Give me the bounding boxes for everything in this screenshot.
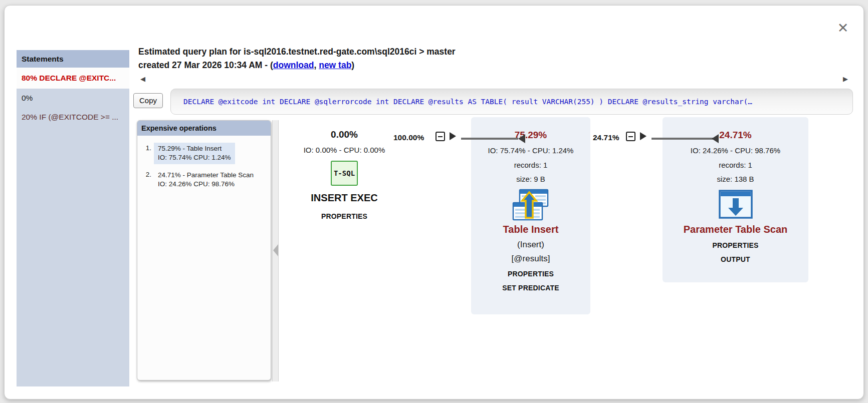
node-object: [@results] — [471, 254, 590, 264]
edge-line — [652, 138, 714, 140]
minus-dash — [628, 136, 633, 137]
statement-item-1[interactable]: 80% DECLARE @EXITC... — [17, 68, 129, 89]
edge-percent-label: 24.71% — [593, 133, 619, 142]
node-size: size: 138 B — [663, 175, 808, 183]
output-button[interactable]: OUTPUT — [663, 255, 808, 263]
plan-node-table-insert: 75.29% IO: 75.74% - CPU: 1.24% records: … — [471, 117, 590, 314]
close-icon[interactable]: ✕ — [834, 19, 852, 37]
expensive-operations-header: Expensive operations — [137, 121, 271, 136]
sql-statement-text: DECLARE @exitcode int DECLARE @sqlerrorc… — [171, 89, 852, 114]
item-line2: IO: 75.74% CPU: 1.24% — [158, 153, 231, 162]
scroll-right-icon[interactable]: ▶ — [843, 75, 848, 83]
node-records: records: 1 — [471, 161, 590, 169]
node-io-cpu: IO: 24.26% - CPU: 98.76% — [663, 146, 808, 155]
node-io-cpu: IO: 0.00% - CPU: 0.00% — [299, 146, 389, 154]
node-name: Table Insert — [471, 224, 590, 235]
copy-button[interactable]: Copy — [133, 93, 163, 108]
item-content: 24.71% - Parameter Table Scan IO: 24.26%… — [154, 169, 258, 191]
minus-dash — [438, 136, 443, 137]
set-predicate-button[interactable]: SET PREDICATE — [471, 284, 590, 292]
item-line2: IO: 24.26% CPU: 98.76% — [158, 180, 254, 189]
node-subtitle: (Insert) — [471, 240, 590, 250]
statement-item-2[interactable]: 0% — [17, 89, 129, 108]
node-io-cpu: IO: 75.74% - CPU: 1.24% — [471, 146, 590, 155]
sql-statement-box: DECLARE @exitcode int DECLARE @sqlerrorc… — [170, 89, 853, 115]
download-link[interactable]: download — [273, 60, 314, 70]
collapse-minus-icon[interactable] — [626, 132, 635, 141]
table-insert-icon — [471, 189, 590, 221]
statement-item-3[interactable]: 20% IF (@EXITCODE >= ... — [17, 108, 129, 127]
sidebar-filler — [17, 127, 129, 386]
subtitle-prefix: created 27 Mar 2026 10:34 AM - ( — [138, 60, 273, 70]
collapse-minus-icon[interactable] — [436, 132, 445, 141]
page-subtitle: created 27 Mar 2026 10:34 AM - (download… — [138, 60, 354, 71]
panel-splitter[interactable] — [272, 120, 279, 381]
node-name: INSERT EXEC — [299, 192, 389, 204]
edge-percent-label: 100.00% — [393, 133, 424, 142]
subtitle-suffix: ) — [351, 60, 354, 70]
properties-button[interactable]: PROPERTIES — [471, 270, 590, 278]
new-tab-link[interactable]: new tab — [319, 60, 351, 70]
statements-header: Statements — [17, 50, 129, 68]
expensive-operations-panel: Expensive operations 1. 75.29% - Table I… — [137, 120, 271, 380]
item-number: 1. — [140, 143, 151, 164]
tsql-icon: T-SQL — [331, 161, 358, 186]
splitter-collapse-icon[interactable] — [273, 244, 278, 256]
node-name: Parameter Table Scan — [663, 224, 808, 235]
plan-node-parameter-table-scan: 24.71% IO: 24.26% - CPU: 98.76% records:… — [663, 117, 808, 282]
page-title: Estimated query plan for is-sql2016.test… — [138, 47, 456, 57]
item-content: 75.29% - Table Insert IO: 75.74% CPU: 1.… — [154, 143, 235, 164]
node-cost-percent: 0.00% — [299, 129, 389, 140]
expand-triangle-icon[interactable] — [640, 132, 646, 140]
properties-button[interactable]: PROPERTIES — [299, 212, 389, 220]
node-size: size: 9 B — [471, 175, 590, 183]
node-percent-value: 24.71% — [719, 130, 751, 140]
edge-line — [461, 138, 518, 140]
expensive-operation-item-1[interactable]: 1. 75.29% - Table Insert IO: 75.74% CPU:… — [140, 143, 268, 164]
edge-arrowhead-icon — [712, 134, 719, 143]
item-number: 2. — [140, 169, 151, 191]
expand-triangle-icon[interactable] — [450, 132, 456, 140]
plan-node-insert-exec: 0.00% IO: 0.00% - CPU: 0.00% T-SQL INSER… — [299, 129, 389, 220]
expensive-operations-list: 1. 75.29% - Table Insert IO: 75.74% CPU:… — [137, 136, 271, 191]
expensive-operation-item-2[interactable]: 2. 24.71% - Parameter Table Scan IO: 24.… — [140, 169, 268, 191]
node-records: records: 1 — [663, 161, 808, 169]
statements-sidebar: Statements 80% DECLARE @EXITC... 0% 20% … — [17, 50, 129, 386]
subtitle-separator: , — [314, 60, 319, 70]
properties-button[interactable]: PROPERTIES — [663, 241, 808, 249]
parameter-table-scan-icon — [663, 189, 808, 221]
edge-arrowhead-icon — [518, 134, 525, 143]
scroll-left-icon[interactable]: ◀ — [140, 75, 145, 83]
item-line1: 75.29% - Table Insert — [158, 144, 231, 153]
item-line1: 24.71% - Parameter Table Scan — [158, 171, 254, 180]
